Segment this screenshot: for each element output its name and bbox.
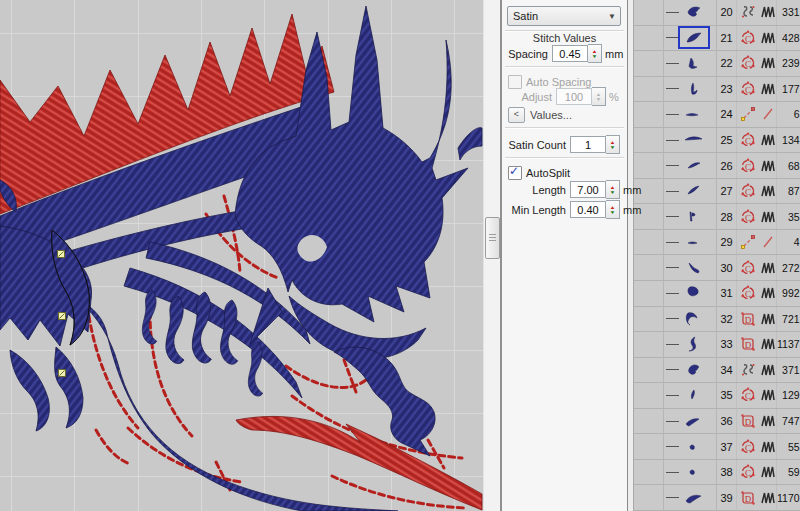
fill-object-icon: D (737, 413, 759, 429)
connector-line (666, 165, 679, 166)
satin-count-stepper[interactable]: ▲▼ (606, 135, 620, 154)
object-number: 33 (717, 332, 737, 357)
object-thumbnail[interactable] (664, 0, 717, 25)
object-row-24[interactable]: 246 (634, 102, 800, 128)
svg-text:C: C (745, 161, 751, 171)
object-row-26[interactable]: 26C68 (634, 153, 800, 179)
object-row-27[interactable]: 27C87 (634, 179, 800, 205)
svg-text:D: D (745, 493, 752, 503)
object-thumbnail[interactable] (664, 77, 717, 102)
object-thumbnail[interactable] (664, 26, 717, 51)
stitch-count: 272 (777, 262, 800, 274)
svg-text:C: C (745, 442, 751, 452)
object-row-23[interactable]: 23C177 (634, 77, 800, 103)
scrollbar-thumb[interactable] (485, 217, 500, 259)
object-thumbnail[interactable] (664, 281, 717, 306)
object-thumbnail[interactable] (664, 102, 717, 127)
adjust-unit: % (609, 91, 619, 103)
column-object-icon: C (737, 55, 759, 71)
row-gutter (634, 128, 664, 153)
object-row-31[interactable]: 31C992 (634, 281, 800, 307)
object-number: 29 (717, 230, 737, 255)
object-number: 32 (717, 307, 737, 332)
vertical-scrollbar[interactable] (483, 0, 500, 511)
object-number: 31 (717, 281, 737, 306)
stitch-count: 747 (777, 415, 800, 427)
satin-count-input[interactable] (570, 136, 606, 153)
spacing-input[interactable] (552, 45, 588, 62)
fill-object-icon: D (737, 311, 759, 327)
row-gutter (634, 434, 664, 459)
connector-line (666, 63, 679, 64)
object-row-36[interactable]: 36D747 (634, 409, 800, 435)
object-row-32[interactable]: 32D721 (634, 307, 800, 333)
object-thumbnail[interactable] (664, 230, 717, 255)
spacing-unit: mm (605, 48, 623, 60)
object-number: 36 (717, 409, 737, 434)
object-row-21[interactable]: 21C428 (634, 26, 800, 52)
row-gutter (634, 230, 664, 255)
object-row-35[interactable]: 35C129 (634, 383, 800, 409)
values-button-label[interactable]: Values... (530, 109, 572, 121)
run-object-icon (737, 106, 759, 122)
object-row-38[interactable]: 38C59 (634, 460, 800, 486)
object-thumbnail[interactable] (664, 204, 717, 229)
design-canvas-svg[interactable] (0, 0, 483, 511)
row-gutter (634, 153, 664, 178)
object-thumbnail[interactable] (664, 128, 717, 153)
object-thumbnail[interactable] (664, 485, 717, 510)
length-stepper[interactable]: ▲▼ (606, 180, 620, 199)
object-thumbnail[interactable] (664, 51, 717, 76)
zigzag-stitch-icon (759, 307, 777, 332)
object-row-33[interactable]: 33D1137 (634, 332, 800, 358)
length-input[interactable] (570, 181, 606, 198)
object-thumbnail[interactable] (664, 460, 717, 485)
object-thumbnail[interactable] (664, 383, 717, 408)
adjust-input[interactable] (556, 88, 592, 105)
row-gutter (634, 358, 664, 383)
object-thumbnail[interactable] (664, 332, 717, 357)
object-thumbnail[interactable] (664, 307, 717, 332)
object-list-rows: 2033121C42822C23923C17724625C13426C6827C… (634, 0, 800, 511)
object-thumbnail[interactable] (664, 434, 717, 459)
object-thumbnail[interactable] (664, 358, 717, 383)
slash-stitch-icon (759, 230, 777, 255)
stitch-type-dropdown[interactable]: Satin ▼ (507, 6, 621, 26)
auto-spacing-checkbox[interactable] (508, 75, 522, 89)
object-number: 20 (717, 0, 737, 25)
object-number: 26 (717, 153, 737, 178)
connector-line (666, 88, 679, 89)
row-gutter (634, 460, 664, 485)
object-row-34[interactable]: 34371 (634, 358, 800, 384)
object-thumbnail[interactable] (664, 255, 717, 280)
min-length-input[interactable] (570, 201, 606, 218)
object-thumbnail[interactable] (664, 179, 717, 204)
object-row-22[interactable]: 22C239 (634, 51, 800, 77)
object-row-30[interactable]: 30C272 (634, 255, 800, 281)
object-number: 39 (717, 485, 737, 510)
object-row-25[interactable]: 25C134 (634, 128, 800, 154)
autosplit-checkbox[interactable] (508, 166, 522, 180)
object-row-29[interactable]: 294 (634, 230, 800, 256)
object-row-39[interactable]: 39D1170 (634, 485, 800, 511)
min-length-stepper[interactable]: ▲▼ (606, 200, 620, 219)
object-row-20[interactable]: 20331 (634, 0, 800, 26)
stitch-count: 4 (777, 236, 800, 248)
spacing-stepper[interactable]: ▲▼ (588, 44, 602, 63)
design-canvas[interactable] (0, 0, 483, 511)
column-object-icon: C (737, 30, 759, 46)
svg-text:D: D (745, 314, 752, 324)
column-object-icon: C (737, 132, 759, 148)
values-expand-button[interactable]: < (508, 107, 525, 123)
object-thumbnail[interactable] (664, 409, 717, 434)
zigzag-stitch-icon (759, 26, 777, 51)
length-row: Length ▲▼ mm (508, 181, 625, 198)
object-thumbnail[interactable] (664, 153, 717, 178)
column-object-icon: C (737, 81, 759, 97)
svg-text:C: C (745, 212, 751, 222)
object-row-37[interactable]: 37C55 (634, 434, 800, 460)
adjust-stepper: ▲▼ (592, 87, 606, 106)
min-length-label: Min Length (508, 204, 566, 216)
zigzag-stitch-icon (759, 281, 777, 306)
object-row-28[interactable]: 28C35 (634, 204, 800, 230)
